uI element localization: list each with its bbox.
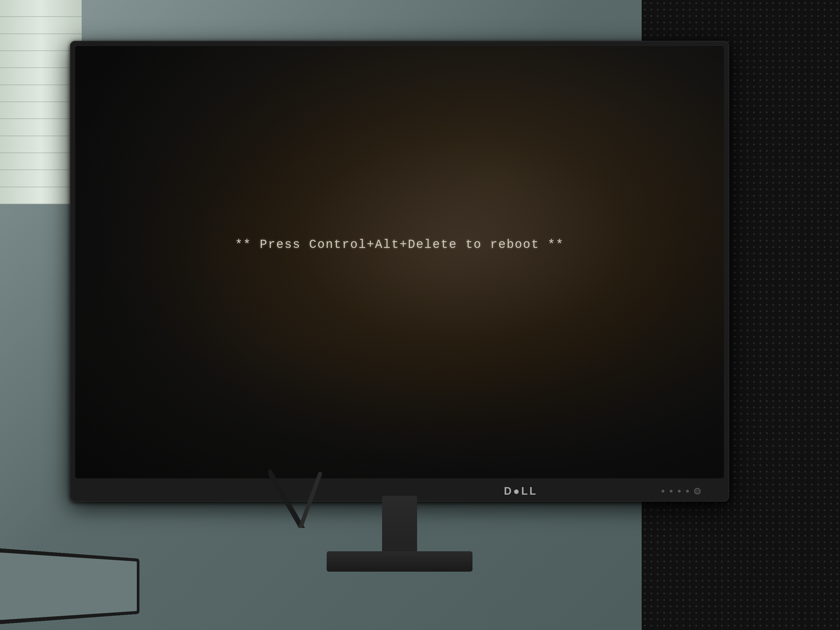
blind-slat	[0, 170, 82, 187]
monitor-buttons	[662, 488, 701, 494]
monitor-stand-neck	[382, 496, 417, 554]
cable-area	[268, 470, 356, 528]
blind-slat	[0, 85, 82, 102]
monitor-bezel: ** Press Control+Alt+Delete to reboot **	[75, 46, 724, 478]
bios-message-container: ** Press Control+Alt+Delete to reboot **	[235, 238, 564, 252]
blind-slat	[0, 68, 82, 85]
blind-slat	[0, 102, 82, 119]
blind-slat	[0, 187, 82, 204]
monitor-button-1[interactable]	[662, 490, 665, 493]
bios-reboot-message: ** Press Control+Alt+Delete to reboot **	[235, 238, 564, 252]
screen-glare	[75, 46, 724, 478]
monitor-stand-base	[327, 551, 472, 572]
blind-slat	[0, 153, 82, 170]
second-monitor-screen	[0, 553, 137, 620]
screen-smudge	[75, 46, 724, 478]
blind-slat	[0, 119, 82, 136]
monitor-power-button[interactable]	[694, 488, 701, 494]
monitor-button-4[interactable]	[686, 490, 689, 493]
dell-logo: D●LL	[380, 485, 662, 497]
blind-slat	[0, 34, 82, 51]
blind-slat	[0, 17, 82, 34]
second-monitor	[0, 548, 139, 624]
blind-slat	[0, 136, 82, 153]
window-blinds	[0, 0, 82, 204]
blind-slat	[0, 0, 82, 17]
blinds	[0, 0, 82, 204]
blind-slat	[0, 51, 82, 68]
monitor: ** Press Control+Alt+Delete to reboot **…	[70, 41, 729, 502]
monitor-button-2[interactable]	[669, 490, 673, 493]
monitor-screen: ** Press Control+Alt+Delete to reboot **	[75, 46, 724, 478]
monitor-button-3[interactable]	[678, 490, 681, 493]
monitor-bottom-bar: D●LL	[75, 481, 724, 502]
